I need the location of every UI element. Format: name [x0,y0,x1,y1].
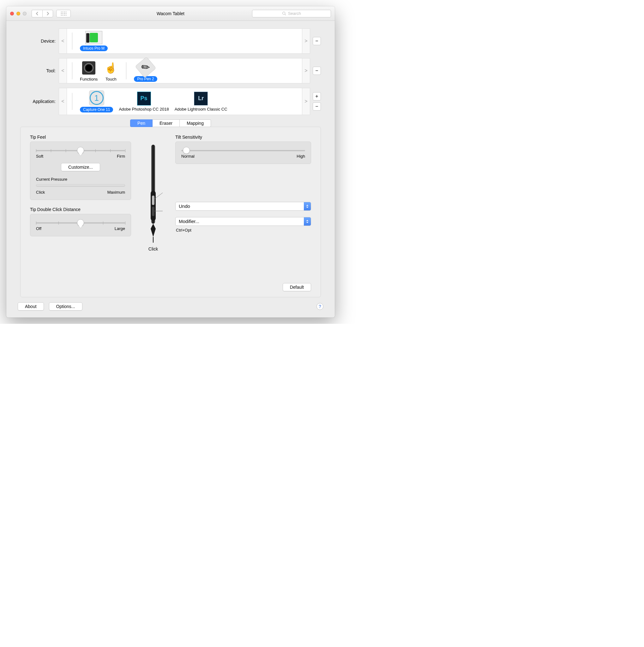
device-scroll-left[interactable]: < [59,28,67,54]
svg-marker-6 [151,224,156,237]
double-click-slider[interactable] [36,222,125,224]
close-icon[interactable] [10,12,14,15]
stylus-icon [144,143,163,244]
upper-button-dropdown[interactable]: Undo [175,202,311,211]
current-pressure-label: Current Pressure [36,177,67,182]
forward-button[interactable] [42,10,53,17]
window-title: Wacom Tablet [157,11,184,16]
pen-panel: Tip Feel Soft Firm [20,127,321,297]
svg-marker-12 [306,220,308,221]
lightroom-icon: Lr [194,92,208,105]
svg-rect-4 [152,196,154,205]
device-scroll-right[interactable]: > [302,28,310,54]
footer: About Options... ? [6,302,335,317]
tablet-icon [85,31,102,44]
tool-list[interactable]: Functions ☝ Touch ✎ Pro Pen 2 [67,58,302,83]
show-all-button[interactable] [56,10,71,17]
device-row: Device: < Intuos Pro M > − [20,28,321,54]
tip-feel-thumb[interactable] [77,147,84,154]
tab-mapping[interactable]: Mapping [180,120,211,127]
tool-scroll-right[interactable]: > [302,58,310,83]
app-add-button[interactable]: + [313,92,321,100]
lower-button-sublabel: Ctrl+Opt [176,228,311,232]
device-remove-button[interactable]: − [313,37,321,45]
app-remove-button[interactable]: − [313,102,321,111]
device-label: Device: [20,39,59,44]
device-name: Intuos Pro M [80,46,108,51]
settings-tabs: Pen Eraser Mapping [20,120,321,127]
customize-button[interactable]: Customize... [61,163,100,171]
tool-row: Tool: < Functions ☝ Touch ✎ Pro Pen 2 > [20,58,321,83]
tool-label: Tool: [20,68,59,73]
search-icon [282,11,286,15]
pen-icon: ✎ [135,57,156,78]
about-button[interactable]: About [18,302,44,310]
svg-rect-7 [153,237,154,242]
window-controls [10,12,26,15]
tip-feel-label: Tip Feel [30,135,131,140]
preferences-window: Wacom Tablet Search Device: < Intuos Pro… [6,6,335,317]
minimize-icon[interactable] [16,12,20,15]
svg-point-0 [283,12,285,14]
application-row: Application: < 1 Capture One 11 Ps Adobe… [20,88,321,115]
tool-item-functions[interactable]: Functions [80,60,98,81]
options-button[interactable]: Options... [49,302,82,310]
app-item-lightroom[interactable]: Lr Adobe Lightroom Classic CC [175,92,227,112]
touch-icon: ☝ [103,60,118,75]
app-scroll-right[interactable]: > [302,88,310,115]
svg-marker-10 [306,205,308,206]
double-click-group: Off Large [30,214,131,236]
back-button[interactable] [31,10,42,17]
current-pressure-bar [36,184,125,187]
app-scroll-left[interactable]: < [59,88,67,115]
tab-pen[interactable]: Pen [130,120,153,127]
default-button[interactable]: Default [283,283,311,291]
tilt-thumb[interactable] [183,147,190,154]
tool-remove-button[interactable]: − [313,67,321,75]
captureone-icon: 1 [90,91,104,105]
tool-item-pen[interactable]: ✎ Pro Pen 2 [134,60,157,82]
svg-rect-3 [151,191,156,221]
chevron-down-icon [304,217,311,226]
double-click-thumb[interactable] [77,219,84,226]
tip-action-label: Click [148,246,158,251]
tool-scroll-left[interactable]: < [59,58,67,83]
chevron-down-icon [304,202,311,210]
tilt-group: Normal High [175,142,311,164]
search-placeholder: Search [288,11,301,16]
lower-button-dropdown[interactable]: Modifier... [175,217,311,226]
tip-feel-group: Soft Firm Customize... Current Pressure … [30,142,131,200]
grid-icon [61,12,66,15]
pen-illustration: Click [141,135,166,289]
application-list[interactable]: 1 Capture One 11 Ps Adobe Photoshop CC 2… [67,88,302,115]
zoom-icon[interactable] [23,12,26,15]
tool-item-touch[interactable]: ☝ Touch [103,60,118,81]
tab-eraser[interactable]: Eraser [153,120,180,127]
device-item[interactable]: Intuos Pro M [80,31,108,51]
device-list[interactable]: Intuos Pro M [67,28,302,54]
svg-marker-13 [306,222,308,223]
app-item-captureone[interactable]: 1 Capture One 11 [80,90,113,113]
svg-rect-5 [152,207,154,216]
double-click-label: Tip Double Click Distance [30,207,131,212]
titlebar: Wacom Tablet Search [6,6,335,21]
svg-marker-11 [306,207,308,208]
app-item-photoshop[interactable]: Ps Adobe Photoshop CC 2018 [119,92,169,112]
tilt-label: Tilt Sensitivity [175,135,311,140]
tilt-slider[interactable] [181,150,305,151]
svg-line-1 [285,14,286,15]
help-button[interactable]: ? [316,303,323,310]
functions-icon [82,61,95,75]
application-label: Application: [20,99,59,104]
photoshop-icon: Ps [137,92,151,105]
search-field[interactable]: Search [252,10,331,17]
tip-feel-slider[interactable] [36,150,125,151]
